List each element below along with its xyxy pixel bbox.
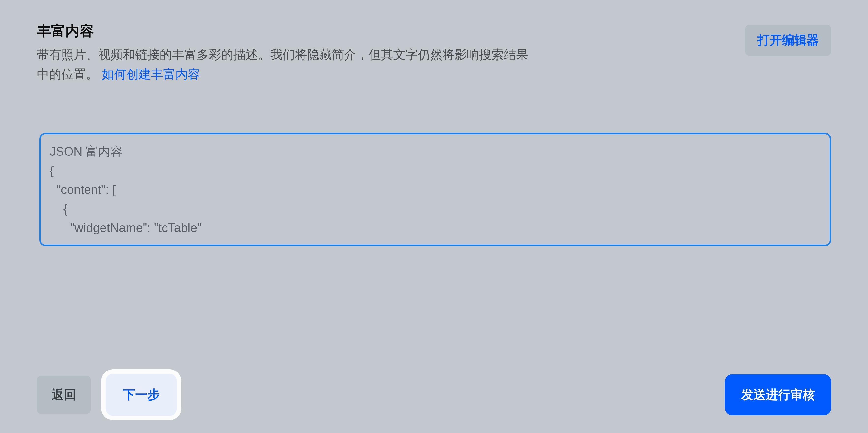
section-title: 丰富内容 [37, 22, 578, 39]
back-button[interactable]: 返回 [37, 376, 91, 414]
submit-for-review-button[interactable]: 发送进行审核 [725, 374, 831, 415]
open-editor-button[interactable]: 打开编辑器 [745, 25, 831, 56]
json-textarea-wrap [39, 133, 831, 247]
footer-left-group: 返回 下一步 [37, 374, 177, 416]
title-block: 丰富内容 带有照片、视频和链接的丰富多彩的描述。我们将隐藏简介，但其文字仍然将影… [37, 22, 578, 84]
next-button[interactable]: 下一步 [106, 374, 177, 416]
header-row: 丰富内容 带有照片、视频和链接的丰富多彩的描述。我们将隐藏简介，但其文字仍然将影… [37, 22, 831, 84]
help-link[interactable]: 如何创建丰富内容 [102, 67, 200, 81]
footer-row: 返回 下一步 发送进行审核 [37, 374, 831, 416]
json-content-textarea[interactable] [39, 133, 831, 246]
section-description: 带有照片、视频和链接的丰富多彩的描述。我们将隐藏简介，但其文字仍然将影响搜索结果… [37, 45, 528, 84]
